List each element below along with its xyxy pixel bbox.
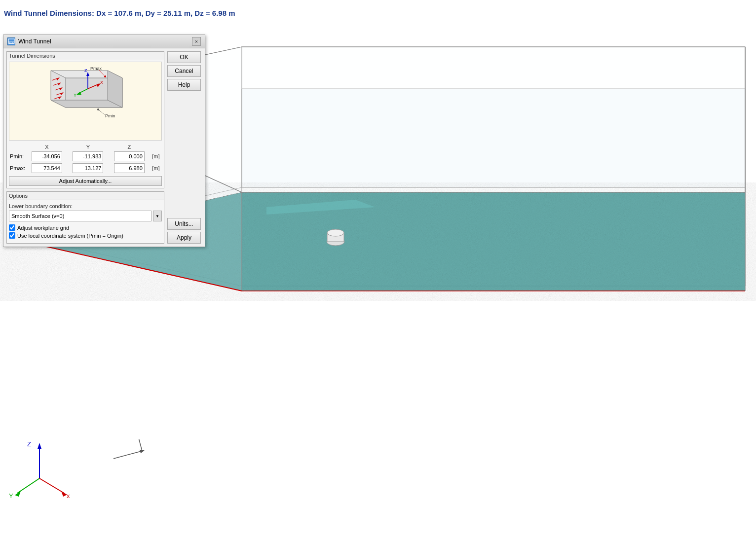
use-local-coord-checkbox[interactable] bbox=[9, 232, 15, 239]
svg-marker-22 bbox=[38, 443, 41, 449]
lower-bc-dropdown[interactable]: Smooth Surface (v=0) bbox=[9, 211, 151, 221]
close-button[interactable]: × bbox=[192, 37, 201, 46]
col-z-header: Z bbox=[109, 144, 150, 150]
titlebar-left: Wind Tunnel bbox=[7, 37, 51, 45]
adjust-automatically-button[interactable]: Adjust Automatically... bbox=[9, 176, 162, 186]
dropdown-arrow-icon[interactable]: ▼ bbox=[153, 211, 162, 221]
lower-bc-label: Lower boundary condition: bbox=[9, 203, 162, 209]
adjust-workplane-label: Adjust workplane grid bbox=[17, 225, 69, 231]
svg-line-30 bbox=[113, 451, 142, 459]
wind-tunnel-dialog: Wind Tunnel × Tunnel Dimensions bbox=[3, 35, 205, 247]
tunnel-diagram-svg: Z Y X bbox=[26, 63, 145, 140]
svg-text:Y: Y bbox=[9, 492, 13, 500]
options-content: Lower boundary condition: Smooth Surface… bbox=[7, 200, 164, 243]
page-title: Wind Tunnel Dimensions: Dx = 107.6 m, Dy… bbox=[4, 9, 235, 17]
units-button[interactable]: Units... bbox=[167, 218, 201, 230]
pmin-row: Pmin: [m] bbox=[9, 150, 162, 162]
dialog-right-panel: OK Cancel Help Units... Apply bbox=[167, 51, 202, 244]
use-local-coord-row: Use local coordinate system (Pmin = Orig… bbox=[9, 232, 162, 239]
pmax-y-input[interactable] bbox=[73, 163, 103, 173]
svg-line-32 bbox=[139, 439, 142, 451]
apply-button[interactable]: Apply bbox=[167, 232, 201, 244]
use-local-coord-label: Use local coordinate system (Pmin = Orig… bbox=[17, 233, 123, 239]
dialog-icon bbox=[7, 37, 15, 45]
pmin-x-input[interactable] bbox=[32, 151, 62, 161]
svg-text:Z: Z bbox=[84, 68, 87, 73]
pmin-z-input[interactable] bbox=[114, 151, 145, 161]
tunnel-diagram: Z Y X bbox=[9, 62, 162, 141]
pmax-unit: [m] bbox=[150, 162, 162, 174]
svg-text:x: x bbox=[67, 492, 70, 500]
col-x-header: X bbox=[26, 144, 67, 150]
svg-line-25 bbox=[39, 478, 64, 493]
pmax-x-input[interactable] bbox=[32, 163, 62, 173]
ok-button[interactable]: OK bbox=[167, 51, 201, 63]
dialog-title: Wind Tunnel bbox=[18, 38, 51, 45]
options-group: Options Lower boundary condition: Smooth… bbox=[6, 191, 164, 244]
svg-line-23 bbox=[17, 478, 39, 493]
pmin-row-label: Pmin: bbox=[9, 150, 26, 162]
pmax-z-input[interactable] bbox=[114, 163, 145, 173]
svg-point-67 bbox=[97, 108, 99, 110]
help-button[interactable]: Help bbox=[167, 79, 201, 91]
tunnel-dimensions-content: Z Y X bbox=[7, 60, 164, 188]
tunnel-dimensions-group: Tunnel Dimensions bbox=[6, 51, 164, 188]
pmin-unit: [m] bbox=[150, 150, 162, 162]
dialog-left-panel: Tunnel Dimensions bbox=[6, 51, 164, 244]
svg-text:Pmax: Pmax bbox=[90, 66, 102, 71]
coords-table: X Y Z Pmin: bbox=[9, 144, 162, 174]
dialog-titlebar: Wind Tunnel × bbox=[3, 35, 205, 48]
svg-line-66 bbox=[99, 110, 105, 114]
svg-text:Z: Z bbox=[27, 440, 31, 448]
cancel-button[interactable]: Cancel bbox=[167, 65, 201, 77]
svg-point-19 bbox=[327, 229, 344, 236]
col-y-header: Y bbox=[68, 144, 109, 150]
pmax-row-label: Pmax: bbox=[9, 162, 26, 174]
svg-text:Y: Y bbox=[74, 93, 76, 98]
lower-bc-dropdown-container: Smooth Surface (v=0) ▼ bbox=[9, 211, 162, 221]
svg-marker-24 bbox=[15, 491, 21, 497]
adjust-workplane-checkbox[interactable] bbox=[9, 224, 15, 231]
options-label: Options bbox=[7, 192, 164, 200]
svg-rect-33 bbox=[8, 39, 14, 43]
svg-point-64 bbox=[104, 75, 106, 77]
svg-text:Pmin: Pmin bbox=[105, 113, 115, 118]
tunnel-dimensions-label: Tunnel Dimensions bbox=[7, 52, 164, 60]
adjust-workplane-row: Adjust workplane grid bbox=[9, 224, 162, 231]
svg-text:X: X bbox=[100, 80, 103, 85]
pmin-y-input[interactable] bbox=[73, 151, 103, 161]
pmax-row: Pmax: [m] bbox=[9, 162, 162, 174]
